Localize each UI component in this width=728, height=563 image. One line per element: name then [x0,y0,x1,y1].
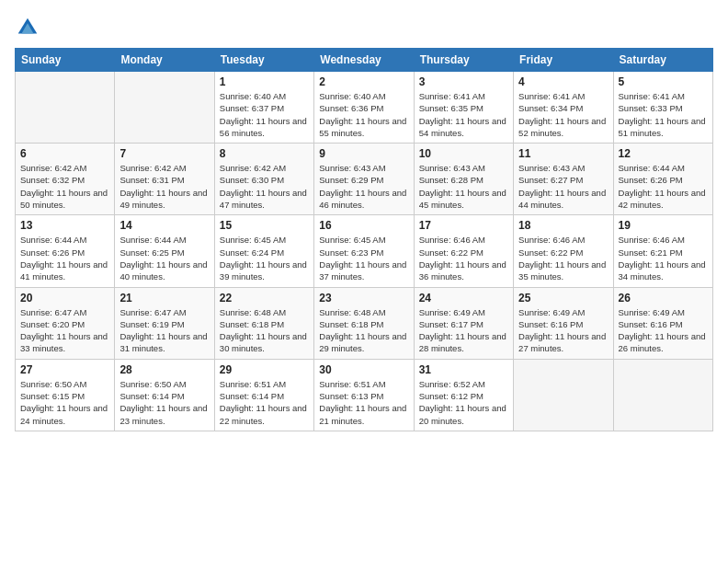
calendar-week-1: 1Sunrise: 6:40 AMSunset: 6:37 PMDaylight… [16,72,713,144]
calendar-week-5: 27Sunrise: 6:50 AMSunset: 6:15 PMDayligh… [16,359,713,431]
day-number: 30 [319,363,408,376]
calendar-cell: 18Sunrise: 6:46 AMSunset: 6:22 PMDayligh… [514,215,613,287]
day-number: 26 [619,292,708,304]
day-info: Sunrise: 6:49 AMSunset: 6:16 PMDaylight:… [518,306,608,355]
calendar-cell: 14Sunrise: 6:44 AMSunset: 6:25 PMDayligh… [115,215,214,287]
calendar-cell: 31Sunrise: 6:52 AMSunset: 6:12 PMDayligh… [414,359,513,431]
calendar-cell: 28Sunrise: 6:50 AMSunset: 6:14 PMDayligh… [115,359,214,431]
day-info: Sunrise: 6:50 AMSunset: 6:15 PMDaylight:… [20,378,109,427]
day-number: 27 [20,363,109,376]
day-number: 18 [518,219,608,232]
day-header-thursday: Thursday [414,49,513,72]
calendar-cell: 6Sunrise: 6:42 AMSunset: 6:32 PMDaylight… [16,144,115,215]
calendar-cell: 29Sunrise: 6:51 AMSunset: 6:14 PMDayligh… [214,359,313,431]
day-info: Sunrise: 6:46 AMSunset: 6:21 PMDaylight:… [619,234,708,282]
day-info: Sunrise: 6:41 AMSunset: 6:35 PMDaylight:… [419,90,508,139]
day-number: 9 [319,147,408,160]
calendar-cell: 8Sunrise: 6:42 AMSunset: 6:30 PMDaylight… [214,144,313,215]
calendar-header: SundayMondayTuesdayWednesdayThursdayFrid… [16,49,713,72]
day-number: 22 [220,292,309,304]
calendar-cell: 27Sunrise: 6:50 AMSunset: 6:15 PMDayligh… [16,359,115,431]
calendar-cell: 23Sunrise: 6:48 AMSunset: 6:18 PMDayligh… [314,287,414,359]
day-number: 1 [220,75,309,88]
logo [15,15,44,40]
calendar-cell: 9Sunrise: 6:43 AMSunset: 6:29 PMDaylight… [314,144,414,215]
calendar-cell: 5Sunrise: 6:41 AMSunset: 6:33 PMDaylight… [613,72,712,144]
day-info: Sunrise: 6:42 AMSunset: 6:32 PMDaylight:… [20,162,109,211]
calendar-body: 1Sunrise: 6:40 AMSunset: 6:37 PMDaylight… [16,72,713,431]
day-number: 14 [119,219,209,232]
calendar-cell: 10Sunrise: 6:43 AMSunset: 6:28 PMDayligh… [414,144,513,215]
day-number: 2 [319,75,408,88]
day-info: Sunrise: 6:50 AMSunset: 6:14 PMDaylight:… [119,378,209,427]
day-number: 31 [419,363,508,376]
day-header-sunday: Sunday [16,49,115,72]
calendar-cell: 15Sunrise: 6:45 AMSunset: 6:24 PMDayligh… [214,215,313,287]
calendar-cell: 2Sunrise: 6:40 AMSunset: 6:36 PMDaylight… [314,72,414,144]
day-number: 15 [220,219,309,232]
calendar-cell: 30Sunrise: 6:51 AMSunset: 6:13 PMDayligh… [314,359,414,431]
day-info: Sunrise: 6:45 AMSunset: 6:24 PMDaylight:… [220,234,309,282]
calendar-cell: 13Sunrise: 6:44 AMSunset: 6:26 PMDayligh… [16,215,115,287]
calendar-week-4: 20Sunrise: 6:47 AMSunset: 6:20 PMDayligh… [16,287,713,359]
calendar-cell [613,359,712,431]
day-header-friday: Friday [514,49,613,72]
day-number: 16 [319,219,408,232]
day-number: 12 [619,147,708,160]
day-number: 7 [119,147,209,160]
day-info: Sunrise: 6:47 AMSunset: 6:19 PMDaylight:… [119,306,209,355]
day-info: Sunrise: 6:51 AMSunset: 6:13 PMDaylight:… [319,378,408,427]
day-info: Sunrise: 6:41 AMSunset: 6:34 PMDaylight:… [518,90,608,139]
calendar-cell [514,359,613,431]
day-info: Sunrise: 6:44 AMSunset: 6:26 PMDaylight:… [619,162,708,211]
calendar-cell: 7Sunrise: 6:42 AMSunset: 6:31 PMDaylight… [115,144,214,215]
day-number: 3 [419,75,508,88]
day-header-saturday: Saturday [613,49,712,72]
day-number: 11 [518,147,608,160]
calendar-cell: 4Sunrise: 6:41 AMSunset: 6:34 PMDaylight… [514,72,613,144]
day-header-wednesday: Wednesday [314,49,414,72]
day-header-tuesday: Tuesday [214,49,313,72]
calendar-cell: 16Sunrise: 6:45 AMSunset: 6:23 PMDayligh… [314,215,414,287]
calendar-table: SundayMondayTuesdayWednesdayThursdayFrid… [15,48,713,431]
calendar-week-3: 13Sunrise: 6:44 AMSunset: 6:26 PMDayligh… [16,215,713,287]
calendar-cell: 11Sunrise: 6:43 AMSunset: 6:27 PMDayligh… [514,144,613,215]
day-number: 8 [220,147,309,160]
day-info: Sunrise: 6:40 AMSunset: 6:36 PMDaylight:… [319,90,408,139]
day-info: Sunrise: 6:48 AMSunset: 6:18 PMDaylight:… [220,306,309,355]
calendar-cell: 25Sunrise: 6:49 AMSunset: 6:16 PMDayligh… [514,287,613,359]
day-info: Sunrise: 6:47 AMSunset: 6:20 PMDaylight:… [20,306,109,355]
day-info: Sunrise: 6:49 AMSunset: 6:17 PMDaylight:… [419,306,508,355]
page-header [15,15,713,40]
day-info: Sunrise: 6:46 AMSunset: 6:22 PMDaylight:… [518,234,608,282]
day-info: Sunrise: 6:44 AMSunset: 6:26 PMDaylight:… [20,234,109,282]
day-number: 23 [319,292,408,304]
day-info: Sunrise: 6:45 AMSunset: 6:23 PMDaylight:… [319,234,408,282]
calendar-cell: 20Sunrise: 6:47 AMSunset: 6:20 PMDayligh… [16,287,115,359]
day-number: 29 [220,363,309,376]
day-info: Sunrise: 6:51 AMSunset: 6:14 PMDaylight:… [220,378,309,427]
calendar-cell: 22Sunrise: 6:48 AMSunset: 6:18 PMDayligh… [214,287,313,359]
day-number: 6 [20,147,109,160]
calendar-cell: 24Sunrise: 6:49 AMSunset: 6:17 PMDayligh… [414,287,513,359]
day-info: Sunrise: 6:42 AMSunset: 6:31 PMDaylight:… [119,162,209,211]
day-info: Sunrise: 6:40 AMSunset: 6:37 PMDaylight:… [220,90,309,139]
day-info: Sunrise: 6:41 AMSunset: 6:33 PMDaylight:… [619,90,708,139]
day-number: 17 [419,219,508,232]
calendar-cell: 19Sunrise: 6:46 AMSunset: 6:21 PMDayligh… [613,215,712,287]
calendar-cell: 1Sunrise: 6:40 AMSunset: 6:37 PMDaylight… [214,72,313,144]
day-info: Sunrise: 6:48 AMSunset: 6:18 PMDaylight:… [319,306,408,355]
calendar-cell: 21Sunrise: 6:47 AMSunset: 6:19 PMDayligh… [115,287,214,359]
day-number: 5 [619,75,708,88]
calendar-cell: 26Sunrise: 6:49 AMSunset: 6:16 PMDayligh… [613,287,712,359]
day-number: 21 [119,292,209,304]
header-row: SundayMondayTuesdayWednesdayThursdayFrid… [16,49,713,72]
day-number: 4 [518,75,608,88]
day-number: 25 [518,292,608,304]
calendar-cell: 3Sunrise: 6:41 AMSunset: 6:35 PMDaylight… [414,72,513,144]
calendar-week-2: 6Sunrise: 6:42 AMSunset: 6:32 PMDaylight… [16,144,713,215]
day-number: 20 [20,292,109,304]
calendar-cell [115,72,214,144]
calendar-cell: 17Sunrise: 6:46 AMSunset: 6:22 PMDayligh… [414,215,513,287]
logo-icon [15,15,40,40]
